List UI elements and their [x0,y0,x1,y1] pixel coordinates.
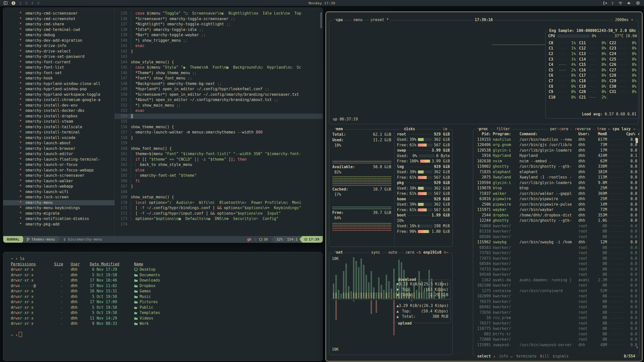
process-row[interactable]: 115991swayosd-/usr/bin/swayosd-serverdhh… [473,342,639,348]
process-row[interactable]: 68586kworker/root0B0.0 [473,234,639,240]
file-item[interactable]: *omarchy-launch-wifi [3,189,114,195]
prompt-line-current[interactable]: ~ › [11,332,322,337]
process-row[interactable]: 1162avahi-daavahi-daemon: running [avahi… [473,278,639,283]
process-row[interactable]: 81310kworker/root0B0.0 [473,229,639,234]
process-row[interactable]: 73703kworker/root0B0.0 [473,250,639,256]
process-row[interactable]: 115962swaybg/usr/bin/swaybg -i /homdhh12… [473,240,639,245]
file-item[interactable]: *omarchy-launch-screensaver [3,173,114,178]
file-explorer-pane[interactable]: *omarchy-cmd-screensaver*omarchy-cmd-scr… [3,8,115,236]
file-item[interactable]: *omarchy-hyprland-window-pop [3,86,114,92]
process-row[interactable]: 63816pipewire/usr/bin/pipewiredhh25M0.0 [473,196,639,202]
process-row[interactable]: 74869kworker/root0B0.0 [473,223,639,229]
process-row[interactable]: 115971waybar/usr/bin/waybardhh72M0.0 [473,207,639,213]
bluetooth-icon[interactable]: ᛒ [612,1,614,5]
proc-tree-button[interactable]: tree [595,127,608,131]
process-row[interactable]: 71835elephantelephantdhh381M0.0 [473,169,639,175]
process-row[interactable]: 1275containe/usr/bin/containerdroot52M0.… [473,288,639,294]
file-item[interactable]: *omarchy-menu-keybindings [3,205,114,211]
file-item[interactable]: *omarchy-install-terminal [3,130,114,135]
file-item[interactable]: *omarchy-menu [3,200,114,206]
process-row[interactable]: 119594glycin-i/usr/lib/glycin-loadersdhh… [473,180,639,186]
file-item[interactable]: *omarchy-debug [3,32,114,38]
proc-filter-button[interactable]: filter [495,127,511,131]
cpu-chip-icon[interactable] [636,1,640,5]
file-item[interactable]: *omarchy-notification-dismiss [3,216,114,222]
logout-icon[interactable] [603,1,607,5]
process-row[interactable]: 803btrfs-trroot0B0.0 [473,332,639,337]
file-item[interactable]: *omarchy-dev-add-migration [3,38,114,43]
net-interface[interactable]: ←b enp191s0 n→ [415,250,450,255]
file-item[interactable]: *omarchy-hook [3,76,114,81]
volume-icon[interactable] [627,1,631,5]
file-item[interactable]: *omarchy-font-set [3,70,114,76]
file-item[interactable]: *omarchy-install-dropbox [3,114,114,119]
file-item[interactable]: *omarchy-launch-editor [3,151,114,157]
preset-button[interactable]: preset * [369,18,390,22]
file-item[interactable]: *omarchy-launch-or-focus [3,162,114,168]
process-row[interactable]: 12244ghostty/usr/bin/ghostty --gtk-dhh1.… [473,218,639,223]
process-row[interactable]: 102638nvimnvim --embed .dhh62M0.0 [473,159,639,164]
file-item[interactable]: *omarchy-launch-or-focus-webapp [3,168,114,173]
file-item[interactable]: *omarchy-launch-about [3,141,114,146]
code-pane[interactable]: 135▏ case $(menu "Toggle" "▢ Screensaver… [115,8,323,239]
file-item[interactable]: *omarchy-install-steam [3,119,114,124]
file-item[interactable]: *omarchy-font-current [3,60,114,65]
wifi-icon[interactable] [618,1,623,5]
process-row[interactable]: 102100kworker/root0B0.0 [473,283,639,288]
process-row[interactable]: 119155nautilus/usr/bin/nautilus --newdhh… [473,137,639,143]
process-row[interactable]: 2544dropbox/home/dhh/.dropbox-distdhh353… [473,213,639,218]
proc-sort-selector[interactable]: ← cpu lazy → [607,127,637,131]
update-interval[interactable]: - 2000ms + [609,18,635,22]
menu-button[interactable]: menu [352,18,364,22]
process-row[interactable]: 119002ghostty/usr/bin/ghostty --gtk-dhh3… [473,164,639,169]
file-item[interactable]: *omarchy-lock-screen [3,195,114,200]
terminal-window[interactable]: ~ › lsPermissionsSizeUserDate ModifiedNa… [3,252,323,361]
net-zero-button[interactable]: zero [404,250,416,255]
process-row[interactable]: 2075XwaylandXwayland :1 -rootless -dhh11… [473,175,639,180]
process-row[interactable]: 68583kworker/root0B0.0 [473,245,639,251]
file-item[interactable]: *omarchy-hyprland-window-close-all [3,81,114,87]
process-row[interactable]: 2506pipewire/usr/bin/pipewire-pulsedhh14… [473,202,639,207]
process-row[interactable]: 74733kworker/root0B0.0 [473,267,639,272]
process-row[interactable]: 76575kworker/root0B0.0 [473,299,639,305]
net-auto-button[interactable]: auto [387,250,399,255]
file-item[interactable]: *omarchy-cmd-screensaver [3,11,114,16]
proc-percore-button[interactable]: per-core [549,127,570,131]
process-row[interactable]: 16rcu_preeroot0B0.0 [473,315,639,321]
net-sync-button[interactable]: sync [370,250,382,255]
process-row[interactable]: 110775kworker/root0B0.0 [473,326,639,332]
process-row[interactable]: 94540kworker/root0B0.0 [473,272,639,278]
file-item[interactable]: *omarchy-cmd-share [3,22,114,27]
process-row[interactable]: 72073kworker/root0B0.0 [473,256,639,261]
cpu-box-title[interactable]: ¹cpu [333,18,344,22]
file-item[interactable]: *omarchy-cmd-terminal-cwd [3,27,114,33]
process-row[interactable]: 73656kworker/root0B0.0 [473,310,639,315]
file-item[interactable]: *omarchy-drive-select [3,49,114,54]
process-row[interactable]: 72088kworker/root0B0.0 [473,337,639,342]
file-item[interactable]: *omarchy-pkg-add [3,222,114,227]
file-item[interactable]: *omarchy-launch-floating-terminal- [3,157,114,162]
btop-window[interactable]: ¹cpu menu preset * 17:39:16 - 2000ms + u… [326,12,642,361]
file-item[interactable]: *omarchy-font-list [3,65,114,70]
file-item[interactable]: *omarchy-install-vscode [3,135,114,141]
file-item[interactable]: *omarchy-install-dev-env [3,103,114,108]
editor-window[interactable]: *omarchy-cmd-screensaver*omarchy-cmd-scr… [3,8,323,243]
process-row[interactable]: 120538glycin-i/usr/lib/glycin-loadersdhh… [473,148,639,153]
file-item[interactable]: *omarchy-drive-info [3,43,114,49]
proc-scrollbar-thumb[interactable] [636,138,638,143]
process-row[interactable]: 119078btopbtopdhh25M0.0 [473,186,639,191]
process-row[interactable]: 71837walker/usr/bin/walker --gappldhh369… [473,191,639,197]
process-row[interactable]: 102099kworker/root0B0.0 [473,294,639,299]
file-item[interactable]: *omarchy-launch-walker [3,178,114,184]
file-item[interactable]: *omarchy-cmd-screenshot [3,16,114,22]
file-item[interactable]: *omarchy-install-chromium-google-a [3,97,114,103]
proc-reverse-button[interactable]: reverse [573,127,592,131]
editor-scrollbar[interactable] [320,12,322,28]
file-item[interactable]: *omarchy-launch-webapp [3,184,114,189]
proc-box-title[interactable]: ⁴proc [476,127,490,131]
file-item[interactable]: *omarchy-launch-browser [3,146,114,152]
net-box-title[interactable]: ³net [333,250,344,255]
process-row[interactable]: 68584kworker/root0B0.0 [473,261,639,267]
file-item[interactable]: *omarchy-hyprland-workspace-toggle [3,92,114,98]
process-row[interactable]: 68402kworker/root0B0.0 [473,304,639,310]
